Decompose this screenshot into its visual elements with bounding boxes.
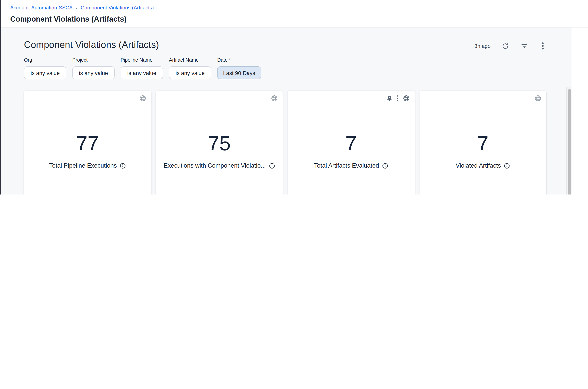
info-icon[interactable]	[269, 163, 275, 169]
dashboard-controls: 3h ago	[474, 42, 547, 50]
filter-icon[interactable]	[520, 42, 528, 50]
app-window: Account: Automation-SSCA › Component Vio…	[0, 0, 588, 194]
metric-tile: 75 Executions with Component Violatio...	[156, 91, 283, 194]
globe-icon[interactable]	[139, 95, 146, 102]
filter-value-chip[interactable]: is any value	[121, 66, 163, 79]
tile-icons	[271, 95, 278, 102]
filter: Date* Last 90 Days	[217, 57, 261, 79]
page-scrollbar-thumb[interactable]	[568, 89, 571, 194]
tile-value[interactable]: 7	[419, 133, 546, 154]
breadcrumb-chevron-icon: ›	[76, 4, 78, 10]
metric-tile: 7 Violated Artifacts	[419, 91, 546, 194]
tile-icons	[139, 95, 146, 102]
filter-label: Project	[72, 57, 115, 63]
refresh-icon[interactable]	[501, 42, 510, 50]
breadcrumb-page-link[interactable]: Component Violations (Artifacts)	[81, 5, 154, 11]
metric-tile: 77 Total Pipeline Executions	[24, 91, 151, 194]
info-icon[interactable]	[504, 163, 510, 169]
filter-label: Artifact Name	[169, 57, 211, 63]
last-refreshed-label: 3h ago	[474, 43, 491, 49]
globe-icon[interactable]	[271, 95, 278, 102]
alert-bell-icon[interactable]	[386, 95, 392, 101]
filter-value-chip[interactable]: is any value	[24, 66, 66, 79]
breadcrumb-account-link[interactable]: Account: Automation-SSCA	[10, 5, 73, 11]
metric-tile: 7 Total Artifacts Evaluated	[287, 91, 415, 194]
required-asterisk: *	[229, 57, 231, 63]
kebab-menu-icon[interactable]	[539, 42, 547, 50]
globe-icon[interactable]	[535, 95, 541, 102]
filter-label: Org	[24, 57, 66, 63]
tile-kebab-icon[interactable]	[397, 95, 398, 101]
tile-value[interactable]: 75	[156, 133, 283, 154]
window-left-edge	[0, 0, 1, 194]
dashboard-title: Component Violations (Artifacts)	[24, 39, 159, 50]
breadcrumb: Account: Automation-SSCA › Component Vio…	[10, 5, 154, 11]
filter: Pipeline Name is any value	[121, 57, 163, 79]
page-scrollbar-track[interactable]	[566, 87, 572, 194]
dashboard-content: Component Violations (Artifacts) 3h ago …	[0, 28, 572, 194]
app-header: Account: Automation-SSCA › Component Vio…	[0, 0, 588, 28]
filter: Org is any value	[24, 57, 66, 79]
tile-value[interactable]: 77	[24, 133, 151, 154]
filter-row: Org is any value Project is any value Pi…	[24, 57, 261, 79]
info-icon[interactable]	[120, 163, 126, 169]
info-icon[interactable]	[382, 163, 388, 169]
tile-icons	[535, 95, 541, 102]
right-margin-strip	[572, 28, 588, 194]
tile-body: 75 Executions with Component Violatio...	[156, 133, 283, 169]
page-title: Component Violations (Artifacts)	[10, 15, 127, 24]
filter-label: Date*	[217, 57, 261, 63]
tile-body: 7 Violated Artifacts	[419, 133, 546, 169]
tile-label: Executions with Component Violatio...	[156, 162, 283, 169]
tile-label: Violated Artifacts	[419, 162, 546, 169]
tile-label: Total Artifacts Evaluated	[287, 162, 415, 169]
tile-icons	[386, 95, 410, 102]
tile-label: Total Pipeline Executions	[24, 162, 151, 169]
filter-value-chip[interactable]: Last 90 Days	[217, 66, 261, 79]
tile-body: 77 Total Pipeline Executions	[24, 133, 151, 169]
filter-value-chip[interactable]: is any value	[72, 66, 115, 79]
filter-value-chip[interactable]: is any value	[169, 66, 211, 79]
tile-body: 7 Total Artifacts Evaluated	[287, 133, 415, 169]
filter: Artifact Name is any value	[169, 57, 211, 79]
globe-icon[interactable]	[403, 95, 410, 102]
metric-tiles: 77 Total Pipeline Executions	[24, 91, 546, 194]
filter-label: Pipeline Name	[121, 57, 163, 63]
filter: Project is any value	[72, 57, 115, 79]
tile-value[interactable]: 7	[287, 133, 415, 154]
